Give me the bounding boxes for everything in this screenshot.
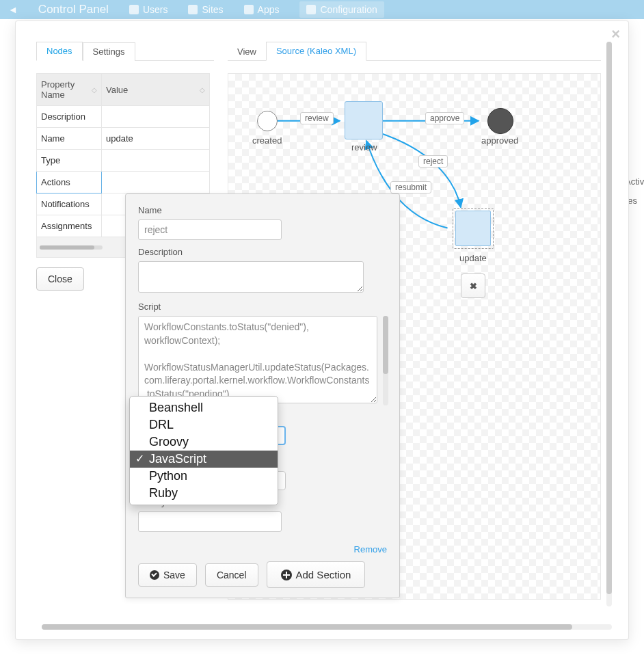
globe-icon: [188, 5, 198, 14]
tab-settings[interactable]: Settings: [83, 42, 135, 61]
delete-node-button[interactable]: ✖: [461, 273, 485, 298]
gear-icon: [306, 5, 316, 14]
top-nav: ◄ Control Panel Users Sites Apps Configu…: [0, 0, 644, 19]
priority-input[interactable]: [138, 511, 282, 532]
table-row: Description: [37, 106, 210, 128]
property-header-name[interactable]: Property Name◇: [37, 74, 102, 106]
dropdown-option[interactable]: DRL: [130, 416, 278, 433]
edge-label-resubmit[interactable]: resubmit: [390, 181, 431, 193]
right-tabs: View Source (Kaleo XML): [228, 42, 601, 61]
edge-label-approve[interactable]: approve: [425, 112, 464, 124]
check-icon: [150, 570, 159, 580]
dropdown-option[interactable]: Beanshell: [130, 399, 278, 416]
dropdown-option[interactable]: Python: [130, 468, 278, 485]
close-button[interactable]: Close: [36, 267, 84, 291]
dropdown-option-selected[interactable]: JavaScript: [130, 451, 278, 468]
node-label-approved: approved: [481, 135, 518, 146]
scrollbar[interactable]: [383, 316, 388, 405]
table-row-selected: Actions: [37, 172, 210, 193]
script-language-dropdown[interactable]: Beanshell DRL Groovy JavaScript Python R…: [129, 396, 278, 505]
edge-label-review[interactable]: review: [300, 112, 334, 124]
cancel-button[interactable]: Cancel: [205, 563, 258, 587]
edge-label-reject[interactable]: reject: [418, 155, 448, 168]
node-created[interactable]: [257, 111, 278, 131]
node-label-created: created: [252, 135, 282, 146]
topnav-apps[interactable]: Apps: [244, 4, 280, 15]
table-row: Nameupdate: [37, 128, 210, 150]
tab-source[interactable]: Source (Kaleo XML): [266, 42, 366, 61]
name-input[interactable]: [138, 219, 282, 240]
node-label-review: review: [351, 142, 377, 152]
property-header-value[interactable]: Value◇: [102, 74, 210, 106]
dropdown-option[interactable]: Ruby: [130, 485, 278, 502]
topnav-sites[interactable]: Sites: [188, 4, 223, 15]
tab-view[interactable]: View: [228, 43, 266, 61]
name-label: Name: [138, 205, 387, 215]
close-icon[interactable]: ×: [611, 27, 620, 42]
tab-nodes[interactable]: Nodes: [36, 42, 83, 61]
dropdown-option[interactable]: Groovy: [130, 433, 278, 451]
script-label: Script: [138, 302, 387, 312]
topnav-title: Control Panel: [38, 3, 109, 16]
close-x-icon: ✖: [470, 281, 477, 291]
plus-icon: [281, 570, 292, 580]
node-label-update: update: [459, 253, 487, 263]
topnav-configuration[interactable]: Configuration: [299, 1, 384, 18]
save-button[interactable]: Save: [138, 563, 197, 587]
description-label: Description: [138, 247, 387, 257]
table-row: Type: [37, 150, 210, 172]
scrollbar[interactable]: [40, 245, 103, 250]
sort-icon: ◇: [200, 86, 205, 94]
node-update[interactable]: [453, 208, 494, 249]
add-section-button[interactable]: Add Section: [267, 561, 366, 588]
left-tabs: Nodes Settings: [36, 42, 214, 61]
users-icon: [129, 5, 139, 14]
back-icon[interactable]: ◄: [8, 4, 18, 15]
sort-icon: ◇: [92, 86, 97, 94]
script-textarea[interactable]: WorkflowConstants.toStatus("denied"), wo…: [138, 316, 377, 403]
modal: × Nodes Settings Property Name◇ Value◇ D…: [15, 21, 629, 640]
node-review[interactable]: [345, 101, 383, 139]
remove-link[interactable]: Remove: [138, 544, 387, 554]
scrollbar-horizontal[interactable]: [42, 624, 612, 630]
topnav-users[interactable]: Users: [129, 4, 168, 15]
node-approved[interactable]: [487, 108, 513, 134]
scrollbar-vertical[interactable]: [606, 42, 612, 606]
popover-button-row: Save Cancel Add Section: [138, 561, 387, 588]
description-textarea[interactable]: [138, 261, 364, 293]
grid-icon: [244, 5, 254, 14]
